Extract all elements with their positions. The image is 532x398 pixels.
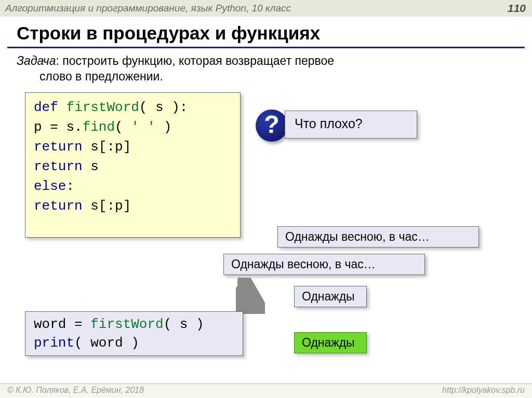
code-line-3: return s[:p] (34, 138, 240, 157)
task-label: Задача (17, 54, 56, 67)
page-number: 110 (508, 2, 526, 15)
slide-header: Алгоритмизация и программирование, язык … (0, 0, 532, 17)
code-line-2: p = s.find( ' ' ) (34, 118, 240, 138)
breadcrumb: Алгоритмизация и программирование, язык … (5, 3, 291, 14)
slide-title: Строки в процедурах и функциях (0, 17, 532, 47)
task-text: Задача: построить функцию, которая возвр… (0, 48, 532, 85)
code-line-5: else: (34, 177, 240, 197)
sample-input-2: Однажды весною, в час… (223, 254, 425, 275)
code-usage: word = firstWord( s ) print( word ) (25, 311, 243, 356)
sample-output-1: Однажды (294, 286, 367, 307)
task-part1: : построить функцию, которая возвращает … (56, 54, 335, 67)
code2-line-2: print( word ) (34, 334, 243, 352)
code-line-1: def firstWord( s ): (34, 98, 240, 118)
sample-output-final: Однажды (294, 332, 367, 353)
code-line-6: return s[:p] (34, 197, 240, 216)
code-line-4: return s (34, 157, 240, 177)
code2-line-1: word = firstWord( s ) (34, 315, 243, 334)
code-function-def: def firstWord( s ): p = s.find( ' ' ) re… (25, 92, 241, 238)
sample-input-1: Однажды весною, в час… (277, 226, 479, 248)
footer-url: http://kpolyakov.spb.ru (442, 386, 525, 398)
slide-footer: © К.Ю. Поляков, Е.А. Ерёмин, 2018 http:/… (0, 383, 532, 398)
question-box: Что плохо? (285, 111, 417, 139)
question-mark-icon: ? (256, 109, 288, 142)
task-part2: слово в предложении. (39, 69, 532, 85)
copyright: © К.Ю. Поляков, Е.А. Ерёмин, 2018 (7, 386, 144, 398)
arrow-down-icon (236, 278, 265, 314)
